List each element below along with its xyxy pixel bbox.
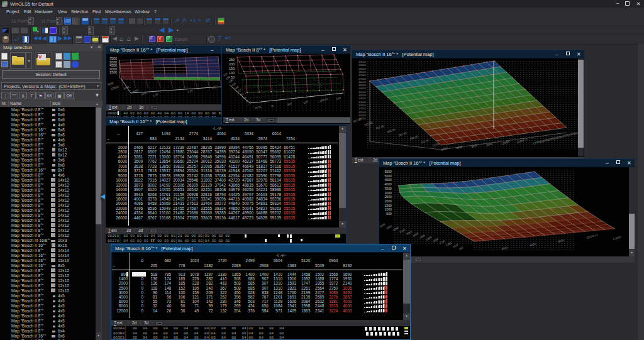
svg-text:100: 100 [229,71,235,75]
svg-text:47000: 47000 [358,77,366,80]
svg-text:1500: 1500 [109,70,117,74]
svg-text:45000: 45000 [358,90,366,94]
svg-text:49000: 49000 [358,60,366,63]
svg-text:12000 (-): 12000 (-) [586,233,598,239]
svg-text:4500: 4500 [384,178,392,182]
svg-text:5500: 5500 [384,170,392,173]
svg-text:42000: 42000 [358,107,366,110]
svg-text:2500: 2500 [384,195,392,199]
svg-text:682: 682 [458,246,464,251]
svg-text:4000: 4000 [384,182,392,186]
svg-text:45000: 45000 [358,87,366,90]
svg-text:43000: 43000 [358,104,366,107]
svg-text:47000: 47000 [358,74,366,77]
svg-text:3000: 3000 [384,191,392,195]
svg-text:46000: 46000 [358,84,366,87]
svg-text:1000: 1000 [384,207,392,211]
svg-text:3000: 3000 [107,81,114,86]
svg-text:44000: 44000 [358,94,366,97]
svg-text:150: 150 [229,67,235,70]
svg-text:2000: 2000 [384,199,392,203]
svg-text:48000: 48000 [358,70,366,74]
svg-text:44000: 44000 [358,97,366,100]
svg-text:200: 200 [229,62,235,66]
svg-text:49000: 49000 [358,63,366,67]
svg-text:622.60: 622.60 [353,118,362,123]
svg-text:250: 250 [229,58,235,62]
svg-text:46000: 46000 [358,80,366,84]
svg-text:41000: 41000 [358,114,366,117]
svg-text:500: 500 [386,212,392,216]
svg-text:1 2003: 1 2003 [613,235,622,241]
svg-text:5000: 5000 [384,174,392,178]
svg-text:1500: 1500 [384,204,392,207]
svg-text:3500: 3500 [384,187,392,190]
svg-text:48000: 48000 [358,67,366,70]
svg-text:43000: 43000 [358,101,366,104]
svg-text:42000: 42000 [358,111,366,114]
